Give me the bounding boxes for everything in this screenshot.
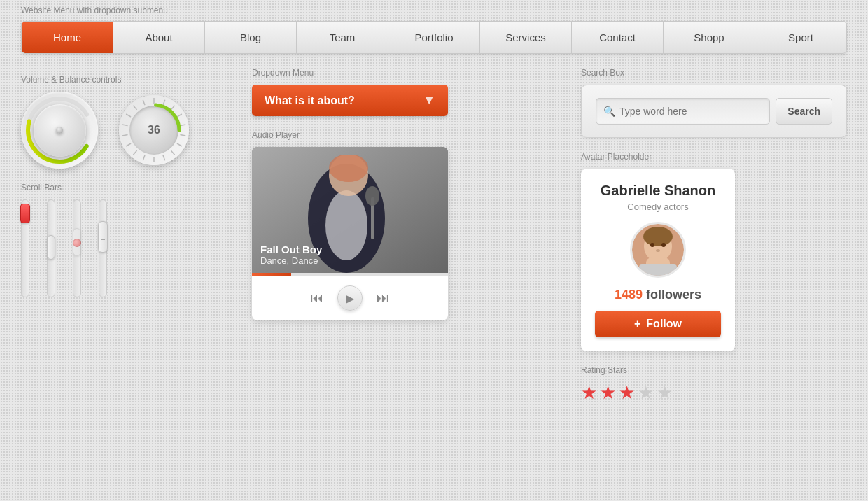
- svg-line-15: [122, 135, 128, 136]
- svg-point-27: [365, 186, 379, 206]
- nav-item-portfolio[interactable]: Portfolio: [388, 22, 480, 53]
- svg-point-33: [656, 249, 660, 252]
- avatar-face-svg: [632, 224, 684, 276]
- fast-forward-button[interactable]: ⏭: [377, 291, 389, 306]
- svg-line-10: [163, 155, 165, 161]
- svg-line-12: [143, 155, 145, 161]
- svg-line-4: [171, 106, 174, 110]
- dropdown-arrow-icon: ▼: [423, 93, 435, 108]
- search-section: Search Box 🔍 Search: [581, 68, 847, 138]
- svg-line-7: [180, 135, 186, 136]
- audio-controls: ⏮ ▶ ⏭: [252, 276, 448, 320]
- nav-item-services[interactable]: Services: [480, 22, 572, 53]
- nav-item-sport[interactable]: Sport: [755, 22, 846, 53]
- audio-progress-bar[interactable]: [252, 273, 448, 276]
- col-left: Volume & Balance controls: [21, 68, 231, 404]
- scrollbars-label: Scroll Bars: [21, 183, 231, 192]
- svg-line-16: [122, 125, 128, 125]
- dropdown-button[interactable]: What is it about? ▼: [252, 85, 448, 116]
- dropdown-button-label: What is it about?: [265, 94, 355, 107]
- svg-line-3: [163, 100, 165, 106]
- followers-text: followers: [643, 288, 701, 302]
- track-sub: Dance, Dance: [260, 255, 322, 266]
- search-box-wrapper: 🔍 Search: [581, 85, 847, 138]
- play-button[interactable]: ▶: [337, 285, 363, 311]
- star-5[interactable]: ★: [657, 382, 673, 404]
- avatar-section-label: Avatar Placeholder: [581, 152, 847, 162]
- scrollbar-4[interactable]: [99, 199, 107, 297]
- avatar-section: Avatar Placeholder Gabrielle Shanon Come…: [581, 152, 847, 351]
- audio-label: Audio Player: [252, 130, 560, 140]
- svg-line-13: [133, 150, 136, 155]
- knobs-row: 36: [21, 92, 231, 169]
- audio-player-card: Fall Out Boy Dance, Dance ⏮ ▶ ⏭: [252, 147, 448, 320]
- svg-point-23: [326, 190, 368, 260]
- audio-track-info: Fall Out Boy Dance, Dance: [260, 244, 322, 266]
- svg-point-30: [643, 227, 673, 246]
- follow-plus-icon: +: [634, 318, 640, 330]
- volume-label: Volume & Balance controls: [21, 75, 231, 85]
- svg-line-6: [180, 125, 186, 125]
- svg-point-20: [129, 105, 179, 155]
- svg-line-5: [177, 114, 182, 117]
- nav-item-team[interactable]: Team: [297, 22, 388, 53]
- svg-point-31: [650, 243, 654, 247]
- svg-line-18: [133, 106, 136, 110]
- nav-item-contact[interactable]: Contact: [572, 22, 664, 53]
- svg-point-32: [662, 243, 666, 247]
- dropdown-section: Dropdown Menu What is it about? ▼: [252, 68, 560, 116]
- audio-section: Audio Player: [252, 130, 560, 320]
- svg-line-14: [126, 143, 131, 146]
- balance-ticks-svg: [119, 95, 189, 165]
- svg-line-17: [126, 114, 131, 117]
- balance-knob[interactable]: 36: [119, 95, 189, 165]
- avatar-card: Gabrielle Shanon Comedy actors: [581, 169, 735, 351]
- svg-line-8: [177, 143, 182, 146]
- avatar-role: Comedy actors: [595, 202, 721, 212]
- artwork-bg: Fall Out Boy Dance, Dance: [252, 147, 448, 273]
- star-4[interactable]: ★: [638, 382, 654, 404]
- col-right: Search Box 🔍 Search Avatar Placeholder G…: [581, 68, 847, 404]
- search-row: 🔍 Search: [596, 98, 832, 125]
- audio-progress-fill: [252, 273, 291, 276]
- rating-section: Rating Stars ★ ★ ★ ★ ★: [581, 365, 847, 404]
- rating-label: Rating Stars: [581, 365, 847, 375]
- scrollbar-2[interactable]: [47, 199, 55, 297]
- col-mid: Dropdown Menu What is it about? ▼ Audio …: [252, 68, 560, 404]
- star-2[interactable]: ★: [600, 382, 616, 404]
- rewind-button[interactable]: ⏮: [311, 291, 323, 306]
- nav-item-about[interactable]: About: [113, 22, 205, 53]
- star-1[interactable]: ★: [581, 382, 597, 404]
- search-input-wrap: 🔍: [596, 98, 770, 125]
- nav-item-home[interactable]: Home: [22, 22, 113, 53]
- search-icon: 🔍: [603, 106, 615, 117]
- dropdown-label: Dropdown Menu: [252, 68, 560, 78]
- scrollbars-section: Scroll Bars: [21, 183, 231, 297]
- star-3[interactable]: ★: [619, 382, 635, 404]
- volume-knob-inner: [34, 104, 86, 157]
- svg-line-19: [143, 100, 145, 106]
- volume-section: Volume & Balance controls: [21, 75, 231, 169]
- followers-count: 1489: [615, 288, 643, 302]
- nav-item-blog[interactable]: Blog: [205, 22, 297, 53]
- search-button[interactable]: Search: [776, 98, 832, 125]
- main-content: Volume & Balance controls: [0, 54, 868, 418]
- track-name: Fall Out Boy: [260, 244, 322, 255]
- page-label: Website Menu with dropdown submenu: [0, 0, 868, 21]
- audio-artwork: Fall Out Boy Dance, Dance: [252, 147, 448, 273]
- follow-label: Follow: [646, 318, 682, 330]
- stars-row: ★ ★ ★ ★ ★: [581, 382, 847, 404]
- search-input[interactable]: [620, 106, 762, 117]
- volume-dot: [56, 127, 63, 134]
- svg-rect-35: [639, 264, 677, 276]
- scrollbar-1[interactable]: [21, 199, 29, 297]
- scrollbar-3[interactable]: [73, 199, 81, 297]
- nav-bar: Home About Blog Team Portfolio Services …: [21, 21, 847, 54]
- avatar-followers: 1489 followers: [595, 288, 721, 302]
- nav-item-shopp[interactable]: Shopp: [664, 22, 755, 53]
- avatar-name: Gabrielle Shanon: [595, 183, 721, 199]
- svg-line-9: [171, 150, 174, 155]
- volume-knob[interactable]: [21, 92, 98, 169]
- avatar-image: [630, 222, 686, 278]
- follow-button[interactable]: + Follow: [595, 311, 721, 337]
